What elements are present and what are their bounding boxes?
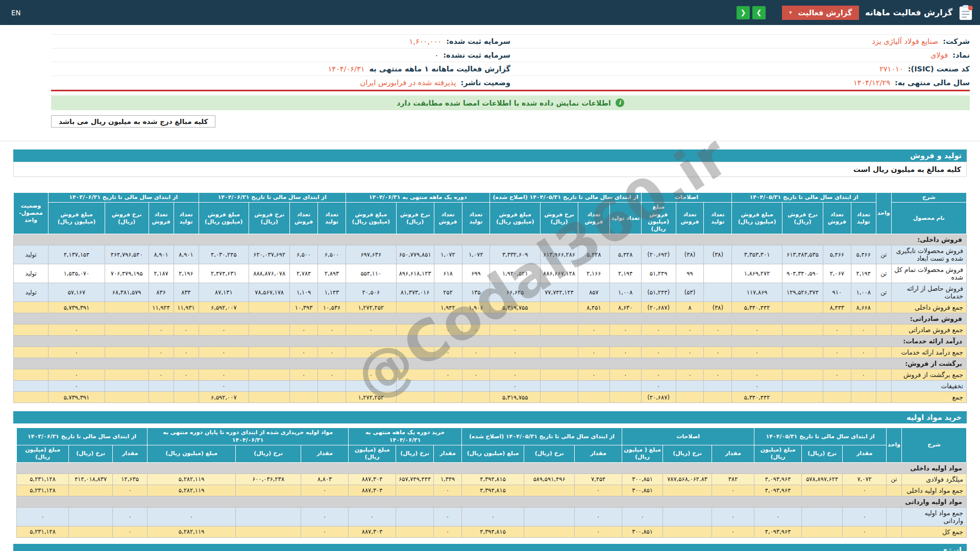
product-name-cell: فروش حاصل از ارائه خدمات: [891, 283, 966, 302]
info-row-issuer-status: وضعیت ناشر: پذیرفته شده در فرابورس ایران: [51, 76, 510, 90]
section-row: برگشت از فروش:: [14, 358, 967, 369]
value-cell: [676, 392, 704, 403]
value-cell: [541, 381, 578, 392]
value-cell: ۰: [148, 507, 236, 526]
value-cell: ۵,۳۱۹,۷۵۵: [490, 392, 541, 403]
value-cell: [851, 392, 876, 403]
section-row: درآمد ارائه خدمات:: [14, 336, 967, 347]
value-cell: ۰: [434, 347, 462, 358]
value-cell: ۰: [149, 324, 174, 336]
measure-column-header: تعداد فروش: [149, 203, 174, 234]
value-cell: ۰: [301, 507, 349, 526]
value-cell: [105, 392, 149, 403]
info-value: صنایع فولاد آلیاژی یزد: [872, 37, 938, 45]
value-cell: (۲۰,۶۹۲): [641, 245, 676, 264]
value-cell: [434, 392, 462, 403]
signed-match-banner: i اطلاعات نمایش داده شده با اطلاعات امضا…: [51, 95, 970, 110]
value-cell: ۹۹: [676, 264, 704, 283]
value-cell: ۲,۴۷۴,۶۳۱: [199, 264, 249, 283]
value-cell: [704, 381, 732, 392]
period-group-header: از ابتدای سال مالی تا تاریخ ۱۴۰۴/۰۵/۳۱: [754, 428, 887, 445]
value-cell: ۸۱,۳۷۳,۰۱۶: [396, 283, 434, 302]
nav-forward-button[interactable]: ❯: [752, 6, 766, 19]
value-cell: ۵,۴۲۸: [609, 245, 641, 264]
value-cell: [851, 381, 876, 392]
info-row-company: شرکت: صنایع فولاد آلیاژی یزد: [510, 35, 970, 48]
value-cell: ۵۸۹,۵۹۱,۴۹۶: [524, 473, 575, 485]
value-cell: ۰: [851, 369, 876, 381]
value-cell: ۱,۱۰۹: [290, 283, 318, 302]
measure-column-header: مبلغ فروش (میلیون ریال): [732, 203, 782, 234]
unit-cell: [876, 369, 891, 381]
value-cell: ۱۱,۹۳۱: [174, 302, 199, 313]
value-cell: ۵,۷۳۹,۳۹۱: [48, 302, 105, 313]
value-cell: ۲,۱۹۶: [174, 264, 199, 283]
value-cell: ۶۵۷,۷۴۹,۴۴۴: [396, 473, 434, 485]
value-cell: ۰: [823, 347, 851, 358]
info-label: کد صنعت (ISIC):: [908, 65, 970, 73]
measure-column-header: مبلغ (میلیون ریال): [754, 445, 802, 463]
value-cell: ۱,۲۷۲,۲۵۲: [346, 302, 396, 313]
value-cell: ۰: [174, 369, 199, 381]
value-cell: [236, 526, 301, 537]
product-name-cell: جمع: [891, 392, 966, 403]
measure-column-header: مقدار: [113, 445, 148, 463]
value-cell: ۰: [732, 369, 782, 381]
value-cell: ۰: [113, 485, 148, 496]
value-cell: ۰: [575, 485, 622, 496]
value-cell: ۰: [290, 347, 318, 358]
language-toggle[interactable]: EN: [11, 9, 21, 17]
info-value: پذیرفته شده در فرابورس ایران: [360, 79, 456, 87]
value-cell: [663, 526, 712, 537]
measure-column-header: نرخ (ریال): [524, 445, 575, 463]
value-cell: ۸,۸۰۳: [301, 473, 349, 485]
value-cell: ۰: [843, 507, 887, 526]
value-cell: [782, 324, 823, 336]
value-cell: ۴۱۴,۰۱۸,۸۳۷: [69, 473, 113, 485]
report-type-select[interactable]: گزارش فعالیت ▾: [782, 6, 859, 20]
value-cell: (۳۸): [704, 245, 732, 264]
period-group-header: از ابتدای سال مالی تا تاریخ ۱۴۰۳/۰۶/۳۱: [17, 428, 148, 445]
value-cell: ۰: [641, 369, 676, 381]
value-cell: [782, 302, 823, 313]
value-cell: ۱۰,۵۳۶: [318, 302, 346, 313]
product-name-cell: جمع مواد اولیه داخلی: [902, 485, 967, 496]
value-cell: ۰: [318, 369, 346, 381]
value-cell: ۰: [434, 507, 462, 526]
value-cell: ۰: [609, 347, 641, 358]
value-cell: [663, 507, 712, 526]
measure-column-header: نرخ (ریال): [802, 445, 843, 463]
status-cell: [14, 302, 48, 313]
value-cell: ۰: [290, 324, 318, 336]
value-cell: ۸: [676, 302, 704, 313]
page-title: گزارش فعالیت ماهانه: [865, 8, 952, 17]
topbar: گزارش فعالیت ماهانه گزارش فعالیت ▾ ❯ ❮ E…: [0, 0, 980, 25]
value-cell: [462, 392, 490, 403]
value-cell: [396, 369, 434, 381]
desc-column-header: شرح: [902, 428, 967, 462]
value-cell: ۸۸۷,۳۰۴: [349, 485, 396, 496]
value-cell: ۰: [48, 324, 105, 336]
value-cell: [396, 302, 434, 313]
product-name-cell: میلگرد فولادی: [902, 473, 967, 485]
value-cell: ۰: [851, 347, 876, 358]
section-label-cell: درآمد ارائه خدمات:: [14, 336, 967, 347]
value-cell: ۷,۴۵۴: [575, 473, 622, 485]
value-cell: [609, 381, 641, 392]
value-cell: (۳۸): [704, 302, 732, 313]
value-cell: ۶۹۹: [462, 264, 490, 283]
value-cell: [541, 392, 578, 403]
measure-column-header: نرخ فروش (ریال): [249, 203, 290, 234]
measure-column-header: نرخ (ریال): [69, 445, 113, 463]
value-cell: ۱,۳۴۹: [434, 473, 462, 485]
measure-column-header: مبلغ فروش (میلیون ریال): [641, 203, 676, 234]
nav-back-button[interactable]: ❮: [737, 6, 750, 19]
value-cell: [105, 381, 149, 392]
value-cell: ۵,۲۳۱,۱۲۸: [17, 485, 69, 496]
main-content: تولید و فروش کلیه مبالغ به میلیون ریال ا…: [0, 149, 980, 551]
value-cell: ۱,۰۰۸: [851, 283, 876, 302]
value-cell: ۰: [575, 507, 622, 526]
info-icon: i: [616, 98, 624, 107]
value-cell: ۰: [732, 347, 782, 358]
section-row: فروش صادراتی:: [14, 313, 967, 324]
